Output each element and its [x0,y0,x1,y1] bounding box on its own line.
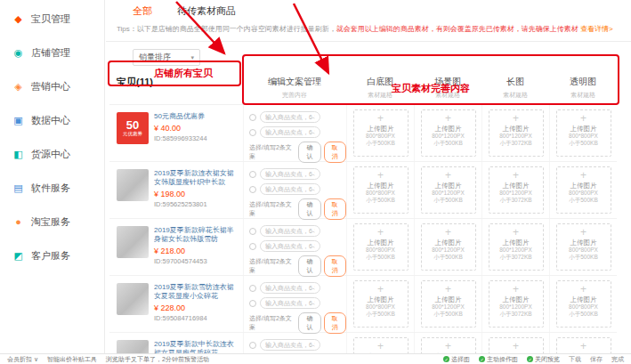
upload-limit: 小于500KB [422,311,475,318]
coupon-thumbnail[interactable]: 50 元优惠券 [117,112,149,144]
confirm-button[interactable]: 确认 [298,255,320,277]
software-icon: ▤ [12,182,24,194]
sidebar-item-data-center[interactable]: ▣ 数据中心 [0,103,104,137]
selling-point-input[interactable] [260,168,320,180]
status-item[interactable]: 智能出价补贴工具 [47,355,97,364]
upload-cell-white-bg[interactable]: +上传图片800*800PX小于500KB [353,280,409,328]
sidebar-item-label: 店铺管理 [31,46,70,60]
upload-limit: 小于500KB [354,254,408,261]
col-header-copywriting: 编辑文案管理 完善内容 [243,69,346,104]
upload-cell-scene[interactable]: +上传图片800*1200PX小于500KB [421,166,476,214]
upload-label: 上传图片 [354,295,408,303]
save-button[interactable]: 保存 [590,355,603,364]
upload-cell-white-bg[interactable]: +上传图片800*800PX小于500KB [353,166,409,214]
selling-point-input[interactable] [260,111,320,123]
table-row: 2019夏季新款雪纺连衣裙女夏装显瘦小众碎花 ¥ 228.00 ID:59508… [109,276,617,333]
status-item[interactable]: 浏览助手又下单了，2分钟前预警活动 [106,355,209,364]
status-item[interactable]: 会员折扣 ∨ [7,355,38,364]
upload-limit: 小于500KB [354,140,408,147]
tips-highlight: 就会套用以上编辑的商品素材，有则会覆盖原先已传素材，请先确保上传素材 [336,25,578,33]
sidebar-item-marketing-center[interactable]: ◈ 营销中心 [0,69,104,103]
select-radio[interactable] [249,342,256,349]
select-radio[interactable] [249,186,256,193]
cancel-button[interactable]: 取消 [324,198,346,220]
upload-cell-scene[interactable]: +上传图片800*1200PX小于500KB [421,223,476,271]
selling-point-input[interactable] [260,297,320,309]
select-radio[interactable] [249,243,256,250]
product-title-link[interactable]: 2019夏季新款碎花长裙半身裙女长款韩版雪纺 [154,226,239,244]
cancel-button[interactable]: 取消 [324,255,346,277]
confirm-button[interactable]: 确认 [298,312,320,334]
upload-cell-transparent[interactable]: +上传图片800*800PX小于500KB [556,223,611,271]
toolbar-option[interactable]: ✓主动操作图 [479,355,518,364]
sidebar-item-software-services[interactable]: ▤ 软件服务 [0,171,104,205]
col-sublabel: 素材规格 [549,91,617,100]
selling-point-input[interactable] [260,339,320,351]
white-bg-column: +上传图片800*800PX小于500KB [346,276,414,332]
upload-label: 上传图片 [354,239,408,247]
select-radio[interactable] [249,171,256,178]
product-thumbnail[interactable] [117,169,149,201]
upload-cell-long[interactable]: +上传图片800*1200PX小于3072KB [489,166,544,214]
tab-all[interactable]: 全部 [133,4,152,18]
upload-label: 上传图片 [557,295,611,303]
tab-pending-material[interactable]: 待传素材商品 [177,4,236,18]
sidebar-item-label: 营销中心 [31,80,70,93]
sidebar-item-customer-services[interactable]: ◩ 客户服务 [0,239,104,272]
select-radio[interactable] [249,300,256,307]
product-info: 2019夏季新款连衣裙女裙女韩版显瘦针织中长款 ¥ 198.00 ID:5956… [154,169,239,218]
confirm-button[interactable]: 确认 [298,142,320,163]
view-details-link[interactable]: 查看详情> [580,25,613,33]
chart-icon: ▣ [12,115,24,126]
product-title-link[interactable]: 50元商品优惠券 [154,112,239,121]
selling-point-input[interactable] [260,225,320,237]
product-title-link[interactable]: 2019夏季新款连衣裙女裙女韩版显瘦针织中长款 [154,169,239,187]
coupon-amount: 50 [126,119,139,131]
white-bg-column: +上传图片800*800PX小于500KB [346,219,414,275]
transparent-column: +上传图片800*800PX小于500KB [549,219,617,275]
sidebar-item-product-management[interactable]: ◆ 宝贝管理 [0,2,104,36]
product-id: ID:595625253801 [154,200,239,208]
upload-cell-scene[interactable]: +上传图片800*1200PX小于500KB [421,280,476,328]
select-radio[interactable] [249,285,256,292]
upload-cell-long[interactable]: +上传图片800*1200PX小于3072KB [489,223,544,271]
sidebar-item-taobao-services[interactable]: ● 淘宝服务 [0,205,104,239]
selling-point-input[interactable] [260,240,320,252]
product-title-link[interactable]: 2019夏季新款雪纺连衣裙女夏装显瘦小众碎花 [154,283,239,301]
toolbar-option[interactable]: ✓选择图 [443,355,470,364]
copy-note: 选择/填写2条文案 [249,314,295,332]
select-radio[interactable] [249,129,256,136]
sidebar-item-label: 淘宝服务 [31,215,70,229]
product-thumbnail[interactable] [117,226,149,258]
upload-cell-scene[interactable]: +上传图片800*1200PX小于500KB [421,109,476,157]
select-radio[interactable] [249,228,256,235]
upload-cell-white-bg[interactable]: +上传图片800*800PX小于500KB [353,223,409,271]
download-button[interactable]: 下载 [569,355,581,364]
upload-cell-transparent[interactable]: +上传图片800*800PX小于500KB [556,166,611,214]
cancel-button[interactable]: 取消 [324,142,346,163]
done-button[interactable]: 完成 [611,355,624,364]
plus-icon: + [557,341,611,352]
cancel-button[interactable]: 取消 [324,312,346,334]
toolbar-option[interactable]: ✓关闭预览 [527,355,560,364]
selling-point-input[interactable] [260,282,320,294]
marketing-icon: ◈ [12,81,24,93]
upload-cell-white-bg[interactable]: +上传图片800*800PX小于500KB [353,109,409,157]
selling-point-input[interactable] [260,126,320,138]
sidebar-item-shop-management[interactable]: ◉ 店铺管理 [0,36,104,69]
confirm-button[interactable]: 确认 [298,198,320,220]
upload-cell-transparent[interactable]: +上传图片800*800PX小于500KB [556,280,611,328]
select-radio[interactable] [249,114,256,121]
product-thumbnail[interactable] [117,283,149,315]
scene-column: +上传图片800*1200PX小于500KB [414,219,481,275]
upload-cell-long[interactable]: +上传图片800*1200PX小于3072KB [489,280,544,328]
upload-cell-transparent[interactable]: +上传图片800*800PX小于500KB [556,109,611,157]
sidebar-item-supply-center[interactable]: ◧ 货源中心 [0,137,104,171]
plus-icon: + [354,284,408,295]
sort-dropdown[interactable]: 销量排序 ▾ [133,49,200,66]
product-price: ¥ 228.00 [154,303,239,312]
upload-cell-long[interactable]: +上传图片800*1200PX小于3072KB [489,109,544,157]
selling-point-input[interactable] [260,183,320,195]
product-id: ID:597004574453 [154,257,239,265]
sidebar-item-label: 软件服务 [31,182,70,195]
